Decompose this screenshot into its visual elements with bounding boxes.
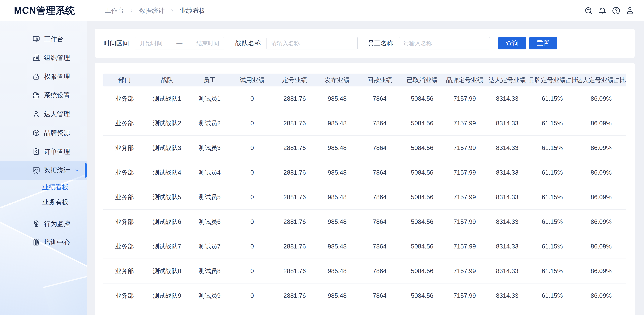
table-cell: 业务部 [103, 144, 146, 152]
sidebar-subitem-biz-board[interactable]: 业务看板 [0, 195, 87, 209]
breadcrumb: 工作台数据统计业绩看板 [105, 6, 205, 15]
table-cell: 测试员8 [188, 267, 231, 275]
table-row: 业务部测试战队2测试员202881.76985.4878645084.56715… [103, 111, 626, 136]
table-cell: 2881.76 [273, 243, 316, 250]
employee-name-label: 员工名称 [368, 39, 393, 47]
table-cell: 7864 [358, 144, 401, 151]
table-cell: 985.48 [316, 144, 358, 151]
sidebar-item-org[interactable]: 组织管理 [0, 48, 87, 67]
table-cell: 0 [231, 243, 273, 250]
table-cell: 业务部 [103, 119, 146, 127]
column-header: 品牌定号业绩 [444, 76, 486, 84]
table-cell: 7864 [358, 268, 401, 275]
search-button[interactable] [584, 6, 593, 15]
end-date-input[interactable] [184, 40, 220, 47]
table-cell: 7864 [358, 218, 401, 225]
table-cell: 测试员4 [188, 168, 231, 177]
table-cell: 2881.76 [273, 144, 316, 151]
table-cell: 5084.56 [401, 268, 443, 275]
sidebar-item-stats[interactable]: 数据统计 [0, 161, 87, 180]
table-cell: 测试战队4 [146, 168, 188, 177]
table-cell: 5084.56 [401, 95, 443, 102]
table-cell: 0 [231, 169, 273, 176]
table-cell: 7157.99 [444, 292, 486, 299]
table-cell: 5084.56 [401, 292, 443, 299]
table-cell: 8314.33 [486, 292, 528, 299]
breadcrumb-item[interactable]: 工作台 [105, 6, 124, 15]
table-cell: 61.15% [528, 268, 576, 275]
table-cell: 8314.33 [486, 194, 528, 201]
column-header: 已取消业绩 [401, 76, 443, 84]
person-icon [32, 110, 40, 118]
table-cell: 61.15% [528, 95, 576, 102]
sidebar-item-talent[interactable]: 达人管理 [0, 105, 87, 123]
table-cell: 5084.56 [401, 218, 443, 225]
table-cell: 8314.33 [486, 144, 528, 151]
table-cell: 61.15% [528, 243, 576, 250]
sidebar-item-order[interactable]: 订单管理 [0, 142, 87, 161]
sidebar-subitem-perf-board[interactable]: 业绩看板 [0, 180, 87, 195]
table-row: 业务部测试战队8测试员802881.76985.4878645084.56715… [103, 259, 626, 284]
table-body: 业务部测试战队1测试员102881.76985.4878645084.56715… [103, 86, 626, 315]
sidebar-item-training[interactable]: 培训中心 [0, 233, 87, 252]
sidebar-item-monitor[interactable]: 行为监控 [0, 214, 87, 233]
table-cell: 86.09% [576, 268, 626, 275]
team-name-input[interactable] [266, 37, 358, 49]
breadcrumb-item: 业绩看板 [180, 6, 205, 15]
table-cell: 测试战队9 [146, 292, 188, 300]
bell-button[interactable] [598, 6, 607, 15]
top-bar: MCN管理系统 工作台数据统计业绩看板 [0, 0, 644, 21]
table-cell: 业务部 [103, 94, 146, 103]
sidebar-item-brand[interactable]: 品牌资源 [0, 123, 87, 142]
date-range-picker[interactable]: — [135, 37, 224, 49]
table-cell: 5084.56 [401, 144, 443, 151]
table-cell: 测试战队1 [146, 94, 188, 103]
breadcrumb-item[interactable]: 数据统计 [139, 6, 165, 15]
column-header: 达人定号业绩 [486, 76, 528, 84]
start-date-input[interactable] [139, 40, 174, 47]
table-cell: 985.48 [316, 95, 358, 102]
table-cell: 7864 [358, 243, 401, 250]
lock-icon [32, 72, 40, 81]
help-button[interactable] [612, 6, 621, 15]
team-name-label: 战队名称 [235, 39, 261, 47]
table-cell: 测试战队5 [146, 193, 188, 201]
table-cell: 测试员2 [188, 119, 231, 127]
column-header: 发布业绩 [316, 76, 358, 84]
table-cell: 61.15% [528, 292, 576, 299]
column-header: 品牌定号业绩占比 [528, 76, 576, 84]
table-cell: 5084.56 [401, 243, 443, 250]
reset-button[interactable]: 重置 [529, 37, 557, 49]
help-icon [612, 6, 621, 15]
sidebar-item-system[interactable]: 系统设置 [0, 86, 87, 105]
table-cell: 61.15% [528, 169, 576, 176]
table-cell: 985.48 [316, 169, 358, 176]
sidebar-item-label: 组织管理 [44, 53, 70, 62]
sidebar-item-workbench[interactable]: 工作台 [0, 30, 87, 48]
table-cell: 8314.33 [486, 243, 528, 250]
table-row: 业务部测试战队1测试员102881.76985.4878645084.56715… [103, 86, 626, 111]
table-cell: 61.15% [528, 144, 576, 151]
table-cell: 985.48 [316, 120, 358, 127]
table-cell: 8314.33 [486, 169, 528, 176]
column-header: 试用业绩 [231, 76, 273, 84]
sidebar-item-auth[interactable]: 权限管理 [0, 67, 87, 86]
search-button[interactable]: 查询 [498, 37, 526, 49]
table-cell: 8314.33 [486, 218, 528, 225]
sidebar-item-label: 权限管理 [44, 72, 70, 81]
table-cell: 61.15% [528, 218, 576, 225]
table-cell: 86.09% [576, 194, 626, 201]
date-range-separator: — [174, 40, 184, 47]
topbar-actions [584, 6, 634, 15]
sidebar-item-label: 行为监控 [44, 219, 70, 228]
employee-name-input[interactable] [399, 37, 490, 49]
table-row: 业务部测试战队5测试员502881.76985.4878645084.56715… [103, 185, 626, 210]
user-button[interactable] [625, 6, 634, 15]
table-cell: 7157.99 [444, 243, 486, 250]
column-header: 战队 [146, 76, 188, 84]
table-cell: 2881.76 [273, 218, 316, 225]
table-cell: 2881.76 [273, 268, 316, 275]
table-cell: 86.09% [576, 144, 626, 151]
table-cell: 测试员7 [188, 242, 231, 251]
sidebar-item-label: 达人管理 [44, 110, 70, 119]
